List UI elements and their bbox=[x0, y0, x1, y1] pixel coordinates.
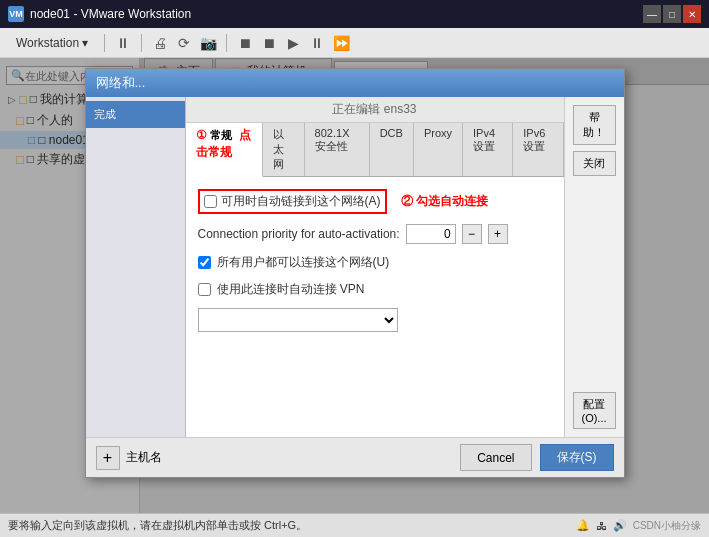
hostname-label: 主机名 bbox=[126, 449, 162, 466]
dialog-tab-general[interactable]: ① 常规 点击常规 bbox=[186, 123, 264, 177]
all-users-label: 所有用户都可以连接这个网络(U) bbox=[217, 254, 390, 271]
workstation-menu[interactable]: Workstation ▾ bbox=[8, 34, 96, 52]
dialog-tab-proxy[interactable]: Proxy bbox=[414, 123, 463, 176]
window-title: node01 - VMware Workstation bbox=[30, 7, 643, 21]
vpn-checkbox[interactable] bbox=[198, 283, 211, 296]
status-right: 🔔 🖧 🔊 CSDN小柚分缘 bbox=[576, 519, 701, 533]
priority-increment-btn[interactable]: + bbox=[488, 224, 508, 244]
toolbar-separator3 bbox=[226, 34, 227, 52]
app-icon: VM bbox=[8, 6, 24, 22]
volume-icon: 🔊 bbox=[613, 519, 627, 532]
all-users-checkbox[interactable] bbox=[198, 256, 211, 269]
dialog-tab-ethernet-label: 以太网 bbox=[273, 128, 284, 170]
toolbar-separator2 bbox=[141, 34, 142, 52]
dialog-tab-8021x-label: 802.1X 安全性 bbox=[315, 127, 350, 152]
dialog-footer-left: + 主机名 bbox=[96, 446, 168, 470]
vpn-dropdown-row bbox=[198, 308, 552, 332]
annotation-step2: ② 勾选自动连接 bbox=[401, 193, 488, 210]
minimize-button[interactable]: — bbox=[643, 5, 661, 23]
dialog-tab-general-label: 常规 bbox=[210, 129, 232, 141]
dialog-tab-ipv6-label: IPv6 设置 bbox=[523, 127, 545, 152]
network-dialog: 网络和... 完成 正在编辑 ens33 ① bbox=[85, 68, 625, 478]
maximize-button[interactable]: □ bbox=[663, 5, 681, 23]
dialog-tab-ethernet[interactable]: 以太网 bbox=[263, 123, 305, 176]
stop1-icon[interactable]: ⏹ bbox=[235, 33, 255, 53]
dialog-tabs: ① 常规 点击常规 以太网 802.1X 安全性 DCB Proxy bbox=[186, 123, 564, 177]
dialog-tab-ipv4[interactable]: IPv4 设置 bbox=[463, 123, 513, 176]
title-bar: VM node01 - VMware Workstation — □ ✕ bbox=[0, 0, 709, 28]
config-button[interactable]: 配置(O)... bbox=[573, 392, 616, 429]
network-status-icon: 🖧 bbox=[596, 520, 607, 532]
dialog-tab-ipv4-label: IPv4 设置 bbox=[473, 127, 495, 152]
annotation-step1: ① bbox=[196, 128, 207, 142]
window-controls: — □ ✕ bbox=[643, 5, 701, 23]
close-dialog-button[interactable]: 关闭 bbox=[573, 151, 616, 176]
dialog-sidebar-item-label: 完成 bbox=[94, 107, 116, 122]
vpn-row: 使用此连接时自动连接 VPN bbox=[198, 281, 552, 298]
dialog-footer: + 主机名 Cancel 保存(S) bbox=[86, 437, 624, 477]
auto-connect-row: 可用时自动链接到这个网络(A) ② 勾选自动连接 bbox=[198, 189, 552, 214]
stop2-icon[interactable]: ⏹ bbox=[259, 33, 279, 53]
vpn-label: 使用此连接时自动连接 VPN bbox=[217, 281, 365, 298]
print-icon[interactable]: 🖨 bbox=[150, 33, 170, 53]
forward-icon[interactable]: ⏩ bbox=[331, 33, 351, 53]
auto-connect-highlight: 可用时自动链接到这个网络(A) bbox=[198, 189, 387, 214]
dialog-footer-right: Cancel 保存(S) bbox=[460, 444, 613, 471]
priority-input[interactable] bbox=[406, 224, 456, 244]
dialog-tab-proxy-label: Proxy bbox=[424, 127, 452, 139]
pause-icon[interactable]: ⏸ bbox=[113, 33, 133, 53]
dialog-header: 正在编辑 ens33 bbox=[186, 97, 564, 123]
dialog-main: 正在编辑 ens33 ① 常规 点击常规 以太网 802.1X 安全性 bbox=[186, 97, 564, 437]
dialog-title: 网络和... bbox=[96, 74, 146, 92]
priority-decrement-btn[interactable]: − bbox=[462, 224, 482, 244]
close-button[interactable]: ✕ bbox=[683, 5, 701, 23]
status-bar: 要将输入定向到该虚拟机，请在虚拟机内部单击或按 Ctrl+G。 🔔 🖧 🔊 CS… bbox=[0, 513, 709, 537]
play-icon[interactable]: ▶ bbox=[283, 33, 303, 53]
dialog-tab-dcb-label: DCB bbox=[380, 127, 403, 139]
help-button[interactable]: 帮助！ bbox=[573, 105, 616, 145]
dialog-right-buttons: 帮助！ 关闭 配置(O)... bbox=[564, 97, 624, 437]
auto-connect-checkbox[interactable] bbox=[204, 195, 217, 208]
menu-bar: Workstation ▾ ⏸ 🖨 ⟳ 📷 ⏹ ⏹ ▶ ⏸ ⏩ bbox=[0, 28, 709, 58]
pause2-icon[interactable]: ⏸ bbox=[307, 33, 327, 53]
dialog-tab-dcb[interactable]: DCB bbox=[370, 123, 414, 176]
vpn-select[interactable] bbox=[198, 308, 398, 332]
dialog-sidebar: 完成 bbox=[86, 97, 186, 437]
dialog-editing-label: 正在编辑 ens33 bbox=[332, 102, 416, 116]
watermark: CSDN小柚分缘 bbox=[633, 519, 701, 533]
add-connection-btn[interactable]: + bbox=[96, 446, 120, 470]
priority-label: Connection priority for auto-activation: bbox=[198, 227, 400, 241]
toolbar-separator bbox=[104, 34, 105, 52]
refresh-icon[interactable]: ⟳ bbox=[174, 33, 194, 53]
screenshot-icon[interactable]: 📷 bbox=[198, 33, 218, 53]
notification-icon: 🔔 bbox=[576, 519, 590, 532]
cancel-btn[interactable]: Cancel bbox=[460, 444, 531, 471]
priority-row: Connection priority for auto-activation:… bbox=[198, 224, 552, 244]
dialog-tab-content: 可用时自动链接到这个网络(A) ② 勾选自动连接 Connection prio… bbox=[186, 177, 564, 437]
status-text: 要将输入定向到该虚拟机，请在虚拟机内部单击或按 Ctrl+G。 bbox=[8, 518, 307, 533]
dialog-body: 完成 正在编辑 ens33 ① 常规 点击常规 bbox=[86, 97, 624, 437]
dialog-backdrop: 网络和... 完成 正在编辑 ens33 ① bbox=[0, 58, 709, 513]
dialog-tab-8021x[interactable]: 802.1X 安全性 bbox=[305, 123, 370, 176]
save-btn[interactable]: 保存(S) bbox=[540, 444, 614, 471]
all-users-row: 所有用户都可以连接这个网络(U) bbox=[198, 254, 552, 271]
auto-connect-label: 可用时自动链接到这个网络(A) bbox=[221, 193, 381, 210]
dialog-title-bar: 网络和... bbox=[86, 69, 624, 97]
dialog-sidebar-complete[interactable]: 完成 bbox=[86, 101, 185, 128]
dialog-tab-ipv6[interactable]: IPv6 设置 bbox=[513, 123, 563, 176]
